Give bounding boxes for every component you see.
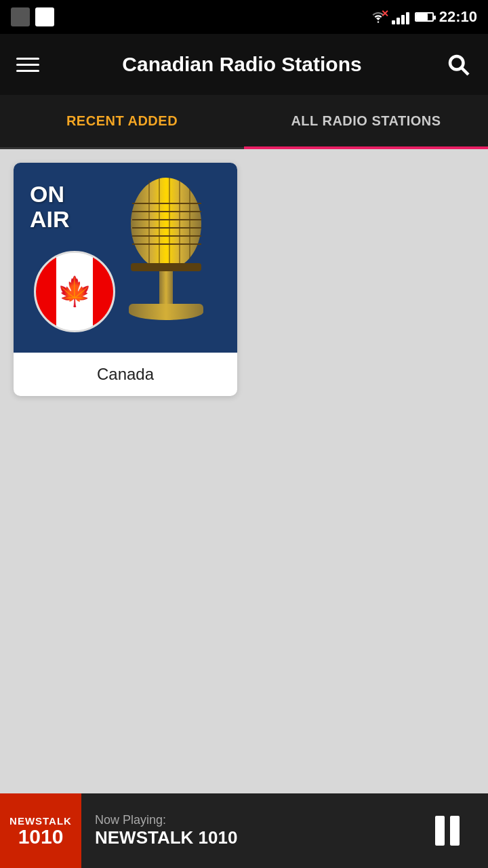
screenshot-icon: [11, 7, 30, 26]
tab-all-radio-stations[interactable]: ALL RADIO STATIONS: [244, 95, 488, 147]
status-left: [11, 7, 54, 26]
pause-icon: [435, 816, 460, 846]
status-right: ✕ 22:10: [370, 8, 477, 26]
tab-recent-added[interactable]: RECENT ADDED: [0, 95, 244, 147]
app-bar: Canadian Radio Stations: [0, 34, 488, 95]
station-name-canada: Canada: [14, 353, 237, 396]
station-card-canada[interactable]: ONAIR 🍁: [14, 163, 237, 396]
station-grid: ONAIR 🍁: [0, 149, 488, 793]
now-playing-bar: NEWSTALK 1010 Now Playing: NEWSTALK 1010: [0, 793, 488, 868]
pause-button[interactable]: [420, 804, 474, 858]
now-playing-station: NEWSTALK 1010: [95, 827, 407, 848]
svg-rect-17: [129, 304, 203, 315]
svg-line-1: [462, 68, 468, 75]
svg-point-0: [450, 56, 464, 70]
battery-icon: [415, 12, 434, 22]
search-icon: [446, 52, 470, 77]
svg-rect-15: [159, 271, 173, 305]
on-air-illustration: ONAIR 🍁: [14, 163, 237, 353]
wifi-icon: ✕: [370, 11, 386, 23]
signal-icon: [392, 9, 409, 24]
now-playing-logo-top: NEWSTALK: [9, 815, 72, 827]
wifi-x-mark: ✕: [381, 8, 389, 19]
maple-leaf-icon: 🍁: [57, 277, 92, 306]
status-time: 22:10: [439, 8, 477, 26]
status-bar: ✕ 22:10: [0, 0, 488, 34]
now-playing-info: Now Playing: NEWSTALK 1010: [81, 813, 420, 848]
search-button[interactable]: [445, 51, 472, 78]
square-icon: [35, 7, 54, 26]
svg-point-2: [131, 178, 201, 270]
tab-active-indicator: [244, 146, 488, 149]
station-card-image: ONAIR 🍁: [14, 163, 237, 353]
tab-bar: RECENT ADDED ALL RADIO STATIONS: [0, 95, 488, 149]
now-playing-logo[interactable]: NEWSTALK 1010: [0, 793, 81, 868]
menu-button[interactable]: [16, 58, 39, 72]
on-air-text: ONAIR: [30, 182, 70, 233]
app-title: Canadian Radio Stations: [39, 53, 445, 76]
now-playing-label: Now Playing:: [95, 813, 407, 827]
svg-rect-14: [131, 263, 201, 271]
microphone-icon: [102, 170, 224, 335]
now-playing-logo-bottom: 1010: [18, 827, 64, 847]
